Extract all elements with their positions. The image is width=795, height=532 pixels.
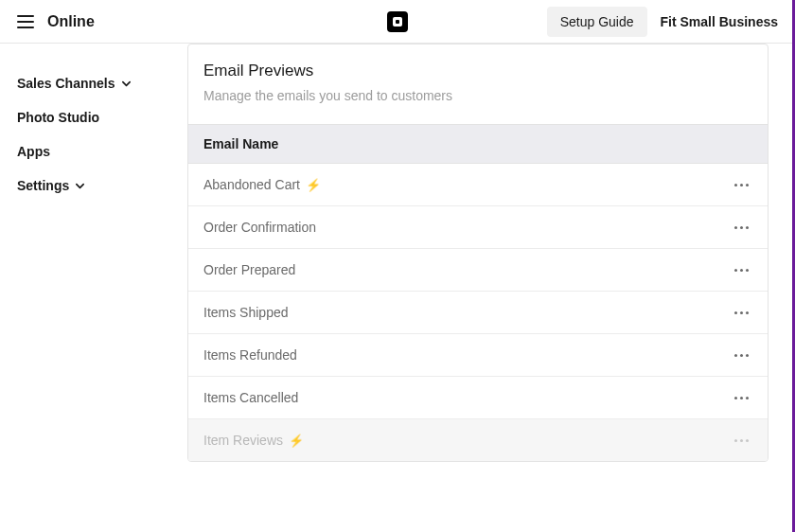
email-row-order-confirmation[interactable]: Order Confirmation	[188, 206, 768, 249]
more-actions-icon[interactable]	[731, 308, 752, 318]
chevron-down-icon	[121, 79, 132, 89]
email-row-order-prepared[interactable]: Order Prepared	[188, 249, 768, 292]
lightning-bolt-icon: ⚡	[306, 178, 321, 192]
email-row-item-reviews: Item Reviews⚡	[188, 419, 768, 461]
sidebar-item-label: Photo Studio	[17, 110, 99, 125]
email-row-items-cancelled[interactable]: Items Cancelled	[188, 377, 768, 419]
more-actions-icon[interactable]	[731, 393, 752, 403]
more-actions-icon	[731, 435, 752, 446]
sidebar: Sales ChannelsPhoto StudioAppsSettings	[0, 44, 187, 462]
email-row-items-shipped[interactable]: Items Shipped	[188, 292, 768, 334]
square-logo-icon[interactable]	[387, 11, 408, 32]
more-actions-icon[interactable]	[731, 222, 752, 233]
email-row-items-refunded[interactable]: Items Refunded	[188, 334, 768, 377]
section-label: Online	[47, 13, 95, 30]
sidebar-item-photo-studio[interactable]: Photo Studio	[17, 100, 187, 134]
email-row-abandoned-cart[interactable]: Abandoned Cart⚡	[188, 164, 768, 206]
main-content: Email Previews Manage the emails you sen…	[187, 44, 795, 462]
sidebar-item-label: Sales Channels	[17, 76, 115, 91]
sidebar-item-sales-channels[interactable]: Sales Channels	[17, 66, 187, 100]
email-row-label: Item Reviews	[203, 433, 283, 448]
sidebar-item-label: Apps	[17, 144, 50, 159]
card-title: Email Previews	[203, 62, 752, 80]
lightning-bolt-icon: ⚡	[289, 434, 304, 448]
business-name[interactable]: Fit Small Business	[661, 14, 778, 29]
email-row-label: Items Shipped	[203, 305, 289, 320]
email-row-label: Abandoned Cart	[203, 177, 300, 192]
email-row-label: Items Refunded	[203, 347, 297, 363]
top-bar: Online Setup Guide Fit Small Business	[0, 0, 795, 44]
more-actions-icon[interactable]	[731, 265, 752, 275]
chevron-down-icon	[75, 181, 85, 191]
email-row-label: Order Confirmation	[203, 220, 316, 235]
more-actions-icon[interactable]	[731, 350, 752, 361]
more-actions-icon[interactable]	[731, 180, 752, 190]
email-row-label: Items Cancelled	[203, 390, 298, 405]
column-header-email-name: Email Name	[188, 124, 768, 164]
sidebar-item-apps[interactable]: Apps	[17, 134, 187, 168]
email-previews-card: Email Previews Manage the emails you sen…	[187, 44, 768, 462]
card-subtitle: Manage the emails you send to customers	[203, 88, 752, 103]
email-row-label: Order Prepared	[203, 262, 295, 277]
sidebar-item-label: Settings	[17, 178, 69, 193]
sidebar-item-settings[interactable]: Settings	[17, 168, 187, 203]
menu-icon[interactable]	[17, 15, 34, 28]
setup-guide-button[interactable]: Setup Guide	[547, 7, 647, 37]
